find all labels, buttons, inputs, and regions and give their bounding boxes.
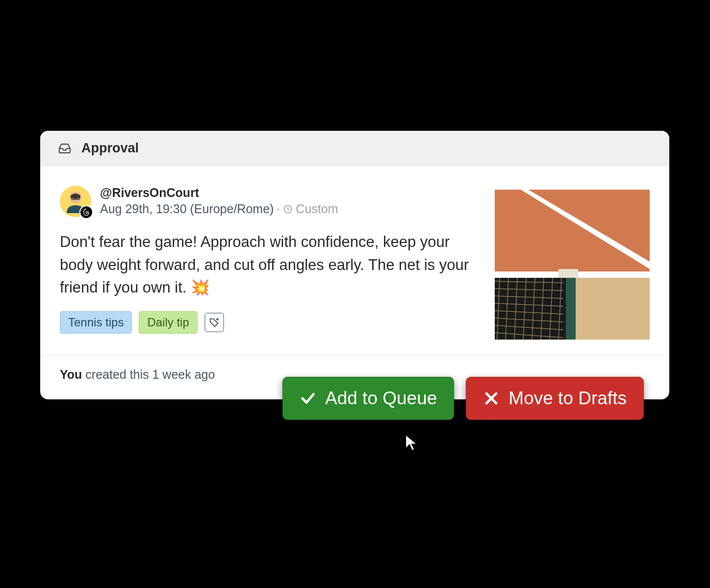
schedule-type: Custom: [296, 202, 338, 216]
author-handle: @RiversOnCourt: [100, 186, 338, 200]
clock-icon: [283, 204, 293, 214]
created-ago: created this 1 week ago: [82, 368, 215, 381]
card-header: Approval: [40, 131, 669, 166]
post-date: Aug 29th, 19:30 (Europe/Rome): [100, 202, 274, 216]
svg-rect-14: [495, 278, 566, 340]
tag-row: Tennis tips Daily tip: [60, 311, 475, 334]
close-icon: [483, 390, 500, 407]
approval-card: Approval: [40, 131, 669, 399]
created-info: You created this 1 week ago: [60, 368, 215, 381]
post-meta: @RiversOnCourt Aug 29th, 19:30 (Europe/R…: [100, 186, 338, 216]
svg-rect-7: [495, 186, 650, 274]
meta-separator: ·: [277, 202, 280, 216]
header-title: Approval: [81, 141, 139, 156]
post-attachment-image: [495, 186, 650, 340]
card-body: @RiversOnCourt Aug 29th, 19:30 (Europe/R…: [40, 166, 669, 355]
check-icon: [300, 390, 316, 407]
threads-badge-icon: [79, 205, 93, 219]
post-header: @RiversOnCourt Aug 29th, 19:30 (Europe/R…: [60, 186, 475, 217]
tag-daily-tip[interactable]: Daily tip: [139, 311, 197, 334]
created-by-you: You: [60, 368, 82, 381]
inbox-icon: [58, 143, 72, 154]
add-to-queue-label: Add to Queue: [325, 388, 437, 409]
move-to-drafts-button[interactable]: Move to Drafts: [466, 377, 644, 420]
meta-line: Aug 29th, 19:30 (Europe/Rome) · Custom: [100, 202, 338, 216]
avatar: [60, 186, 91, 217]
post-content: @RiversOnCourt Aug 29th, 19:30 (Europe/R…: [60, 186, 475, 340]
add-to-queue-button[interactable]: Add to Queue: [282, 377, 454, 420]
svg-rect-13: [558, 269, 578, 278]
tag-tennis-tips[interactable]: Tennis tips: [60, 311, 132, 334]
add-tag-button[interactable]: [204, 313, 224, 332]
post-body: Don't fear the game! Approach with confi…: [60, 231, 475, 299]
action-buttons: Add to Queue Move to Drafts: [282, 377, 644, 420]
add-tag-icon: [209, 317, 220, 328]
cursor-pointer-icon: [403, 433, 420, 453]
move-to-drafts-label: Move to Drafts: [508, 388, 627, 409]
